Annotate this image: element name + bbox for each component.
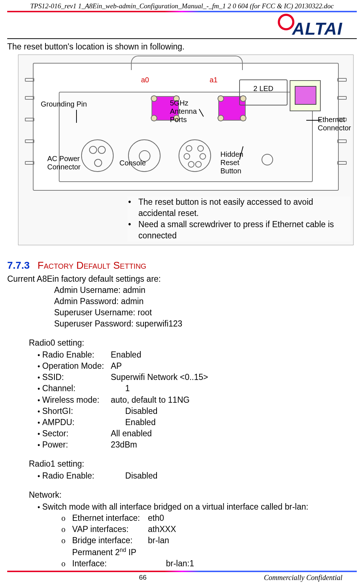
radio1-list: Radio Enable:Disabled: [38, 470, 357, 481]
header-filename: TPS12-016_rev1 1_A8Ein_web-admin_Configu…: [7, 0, 357, 11]
footer-rule: [7, 571, 357, 572]
list-item: VAP interfaces:athXXX: [61, 524, 357, 535]
console-port-icon: [179, 139, 211, 172]
list-item: Power:23dBm: [38, 439, 357, 450]
page-number: 66: [22, 574, 264, 582]
page-footer: 66 Commercially Confidential: [7, 574, 357, 588]
radio1-heading: Radio1 setting:: [29, 458, 357, 470]
reset-button-label: Hidden Reset Button: [220, 150, 243, 175]
altai-logo: ALTAI: [278, 14, 342, 38]
list-item: Bridge interface:br-lan: [61, 535, 357, 546]
led-box: 2 LED: [239, 79, 288, 105]
intro-text: The reset button's location is shown in …: [7, 41, 357, 52]
section-intro: Current A8Ein factory default settings a…: [7, 273, 357, 285]
grounding-pin-label: Grounding Pin: [41, 100, 87, 108]
reset-button-figure: 2 LED a0 a1 Grounding Pin 5GHz Antenna P…: [18, 55, 354, 245]
list-item: Wireless mode:auto, default to 11NG: [38, 394, 357, 406]
network-heading: Network:: [29, 489, 357, 501]
confidential-label: Commercially Confidential: [264, 574, 342, 582]
a0-label: a0: [141, 76, 149, 84]
cred-admin-user: Admin Username: admin: [54, 285, 357, 296]
network-list: Switch mode with all interface bridged o…: [38, 501, 357, 513]
cred-admin-pass: Admin Password: admin: [54, 296, 357, 307]
device-enclosure: 2 LED: [33, 63, 339, 191]
radio0-list: Radio Enable:Enabled Operation Mode:AP S…: [38, 349, 357, 450]
figure-note-2: Need a small screwdriver to press if Eth…: [139, 219, 350, 241]
section-heading: 7.7.3 Factory Default Setting: [7, 260, 357, 271]
header-thin-rule: [7, 38, 357, 39]
leader-line: [306, 120, 321, 121]
list-item: SSID:Superwifi Network <0..15>: [38, 372, 357, 383]
ethernet-connector-label: Ethernet Connector: [318, 116, 351, 132]
cred-super-pass: Superuser Password: superwifi123: [54, 318, 357, 329]
list-item: Radio Enable:Disabled: [38, 470, 357, 481]
device-handle: [131, 56, 243, 70]
radio0-heading: Radio0 setting:: [29, 337, 357, 349]
figure-note-1: The reset button is not easily accessed …: [138, 196, 350, 219]
antenna-ports-label: 5GHz Antenna Ports: [170, 99, 197, 124]
list-item: Permanent 2nd IP Interface:br-lan:1: [61, 546, 357, 569]
leader-line: [76, 110, 77, 123]
hidden-reset-button-icon: [262, 154, 273, 165]
network-sublist: Ethernet interface:eth0 VAP interfaces:a…: [61, 513, 357, 569]
led-label: 2 LED: [253, 85, 273, 92]
list-item: AMPDU:Enabled: [38, 417, 357, 428]
list-item: Radio Enable:Enabled: [38, 349, 357, 360]
ac-power-connector-icon: [81, 139, 114, 172]
figure-notes: •The reset button is not easily accessed…: [127, 196, 350, 241]
list-item: Operation Mode:AP: [38, 360, 357, 372]
a1-label: a1: [210, 76, 218, 84]
console-label: Console: [119, 159, 146, 167]
header-rule: [7, 11, 357, 12]
logo-text: ALTAI: [292, 19, 342, 38]
list-item: Sector:All enabled: [38, 428, 357, 439]
section-title: Factory Default Setting: [38, 260, 146, 271]
list-item: Channel:1: [38, 383, 357, 394]
ac-power-label: AC Power Connector: [47, 155, 80, 171]
list-item: Ethernet interface:eth0: [61, 513, 357, 524]
cred-super-user: Superuser Username: root: [54, 307, 357, 318]
section-number: 7.7.3: [7, 260, 30, 271]
ethernet-port-icon: [295, 86, 316, 105]
list-item: Switch mode with all interface bridged o…: [38, 501, 357, 513]
list-item: ShortGI:Disabled: [38, 406, 357, 417]
ethernet-box: [290, 80, 321, 111]
